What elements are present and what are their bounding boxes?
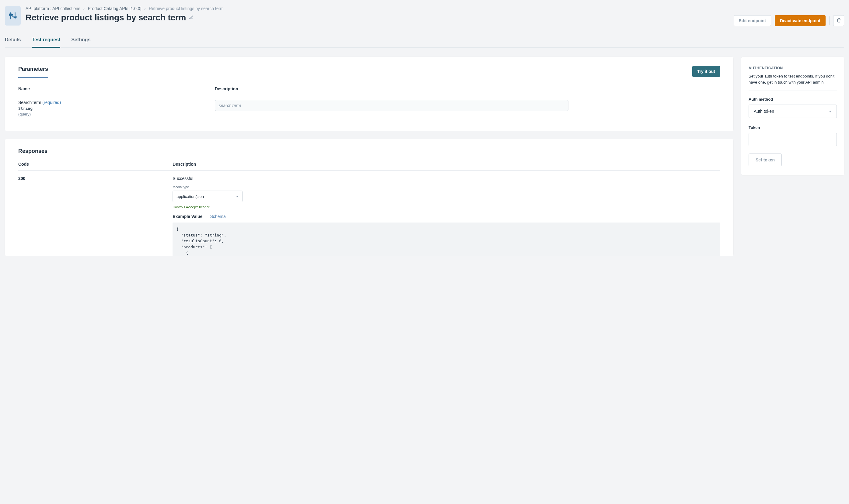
schema-tab[interactable]: Schema xyxy=(210,214,225,219)
auth-method-value: Auth token xyxy=(754,109,774,114)
caret-down-icon: ▼ xyxy=(236,195,239,198)
resp-code: 200 xyxy=(18,170,173,256)
page-title: Retrieve product listings by search term xyxy=(25,13,186,22)
example-body: { "status": "string", "resultsCount": 0,… xyxy=(173,222,720,256)
media-type-label: Media type xyxy=(173,185,720,189)
auth-card: AUTHENTICATION Set your auth token to te… xyxy=(741,57,844,175)
parameters-card: Parameters Try it out Name Description xyxy=(5,57,733,131)
breadcrumb: API platform : API collections › Product… xyxy=(25,6,729,11)
pencil-icon[interactable] xyxy=(189,15,193,20)
auth-method-label: Auth method xyxy=(749,97,837,102)
auth-desc: Set your auth token to test endpoints. I… xyxy=(749,73,837,91)
token-label: Token xyxy=(749,125,837,130)
auth-method-select[interactable]: Auth token ▼ xyxy=(749,105,837,118)
deactivate-endpoint-button[interactable]: Deactivate endpoint xyxy=(775,15,826,26)
edit-endpoint-button[interactable]: Edit endpoint xyxy=(734,15,771,26)
media-type-value: application/json xyxy=(176,194,204,199)
resp-col-code: Code xyxy=(18,162,173,170)
divider xyxy=(829,16,830,25)
divider xyxy=(206,214,206,219)
controls-hint: Controls Accept header. xyxy=(173,205,720,209)
tabs: Details Test request Settings xyxy=(5,33,844,48)
media-type-select[interactable]: application/json ▼ xyxy=(173,191,243,202)
resp-col-desc: Description xyxy=(173,162,720,170)
tab-details[interactable]: Details xyxy=(5,33,21,48)
try-it-out-button[interactable]: Try it out xyxy=(692,66,720,77)
param-required: (required) xyxy=(42,100,61,105)
tab-test-request[interactable]: Test request xyxy=(32,33,60,48)
example-value-tab[interactable]: Example Value xyxy=(173,214,202,219)
breadcrumb-root[interactable]: API platform : API collections xyxy=(25,6,80,11)
param-location: (query) xyxy=(18,112,215,116)
responses-title: Responses xyxy=(18,148,720,155)
caret-down-icon: ▼ xyxy=(829,110,832,113)
param-row: SearchTerm (required) String (query) xyxy=(18,95,720,118)
set-token-button[interactable]: Set token xyxy=(749,154,782,166)
breadcrumb-current: Retrieve product listings by search term xyxy=(149,6,224,11)
resp-desc: Successful xyxy=(173,176,720,181)
param-type: String xyxy=(18,106,215,111)
param-col-desc: Description xyxy=(215,83,720,95)
parameters-title: Parameters xyxy=(18,66,48,78)
param-name: SearchTerm xyxy=(18,100,41,105)
responses-card: Responses Code Description 200 Successfu… xyxy=(5,139,733,256)
delete-button[interactable] xyxy=(833,15,844,26)
endpoint-icon xyxy=(5,6,21,25)
chevron-right-icon: › xyxy=(83,6,85,11)
chevron-right-icon: › xyxy=(144,6,146,11)
token-input[interactable] xyxy=(749,133,837,146)
trash-icon xyxy=(836,18,841,23)
param-value-input[interactable] xyxy=(215,100,568,111)
breadcrumb-group[interactable]: Product Catalog APIs [1.0.0] xyxy=(88,6,141,11)
tab-settings[interactable]: Settings xyxy=(71,33,90,48)
auth-title: AUTHENTICATION xyxy=(749,66,837,70)
param-col-name: Name xyxy=(18,83,215,95)
